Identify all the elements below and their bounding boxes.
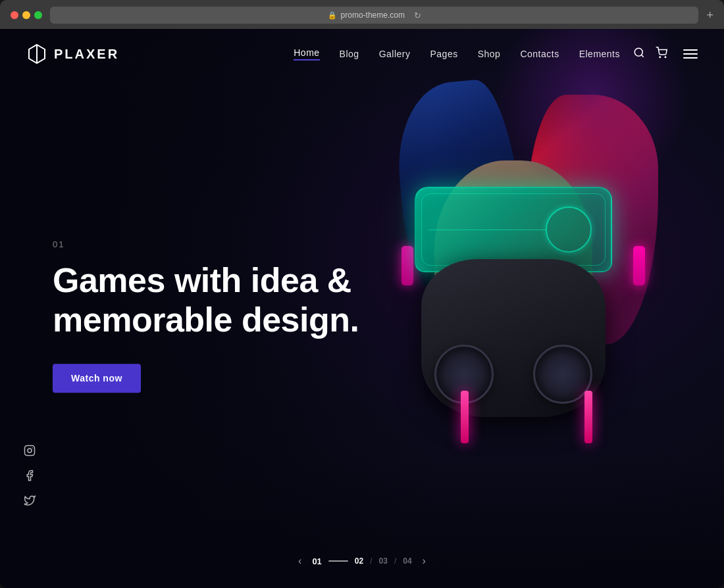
logo[interactable]: PLAXER	[26, 43, 119, 64]
svg-point-7	[28, 449, 32, 453]
facebook-link[interactable]	[24, 470, 36, 484]
nav-menu: Home Blog Gallery Pages Shop Contacts El…	[294, 47, 620, 61]
nav-item-shop[interactable]: Shop	[478, 49, 501, 59]
slider-dot-current[interactable]: 01	[312, 556, 321, 566]
social-icons	[24, 445, 36, 509]
slider-dot-3[interactable]: 03	[379, 556, 388, 566]
slide-number: 01	[53, 239, 359, 249]
minimize-button[interactable]	[22, 11, 30, 19]
lock-icon: 🔒	[328, 11, 337, 20]
hamburger-menu[interactable]	[683, 49, 698, 59]
slider-dot-4[interactable]: 04	[403, 556, 411, 566]
slider-sep-2: /	[394, 556, 396, 566]
logo-icon	[26, 43, 47, 64]
slider-controls: ‹ 01 02 / 03 / 04 ›	[298, 555, 426, 567]
new-tab-button[interactable]: +	[706, 9, 713, 22]
slider-sep-1: /	[370, 556, 372, 566]
svg-rect-6	[25, 446, 35, 456]
traffic-lights	[11, 11, 42, 19]
logo-text: PLAXER	[54, 47, 119, 62]
navbar: PLAXER Home Blog Gallery Pages Shop Cont…	[0, 29, 724, 79]
search-button[interactable]	[633, 47, 645, 61]
browser-window: 🔒 promo-theme.com ↻ +	[0, 0, 724, 588]
refresh-icon[interactable]: ↻	[414, 11, 421, 20]
nav-item-elements[interactable]: Elements	[579, 49, 620, 59]
svg-point-5	[665, 57, 666, 58]
svg-point-2	[634, 48, 642, 56]
close-button[interactable]	[11, 11, 18, 19]
nav-icons	[633, 47, 698, 61]
nav-item-pages[interactable]: Pages	[430, 49, 457, 59]
svg-line-3	[641, 55, 643, 57]
address-bar[interactable]: 🔒 promo-theme.com ↻	[50, 7, 698, 24]
overlay-bottom	[0, 456, 724, 588]
hamburger-line-1	[683, 49, 698, 51]
cart-button[interactable]	[656, 47, 667, 61]
slider-dots: 01 02 / 03 / 04	[312, 556, 411, 566]
url-text: promo-theme.com	[341, 11, 405, 20]
hero-title-line1: Games with idea &	[53, 261, 351, 299]
hero-content: 01 Games with idea & memorable design. W…	[53, 239, 359, 393]
twitter-icon	[24, 495, 36, 506]
nav-item-blog[interactable]: Blog	[340, 49, 359, 59]
hamburger-line-3	[683, 57, 698, 59]
svg-point-8	[32, 447, 33, 449]
instagram-icon	[24, 445, 36, 456]
watch-now-button[interactable]: Watch now	[53, 364, 141, 393]
nav-item-contacts[interactable]: Contacts	[520, 49, 559, 59]
hamburger-line-2	[683, 53, 698, 55]
slider-line	[328, 560, 348, 562]
facebook-icon	[24, 470, 36, 481]
hero-title: Games with idea & memorable design.	[53, 261, 359, 340]
nav-item-gallery[interactable]: Gallery	[379, 49, 411, 59]
nav-item-home[interactable]: Home	[294, 47, 319, 61]
hero-title-line2: memorable design.	[53, 301, 359, 339]
slider-next-button[interactable]: ›	[423, 555, 426, 567]
search-icon	[633, 47, 645, 59]
maximize-button[interactable]	[34, 11, 42, 19]
slider-dot-2[interactable]: 02	[355, 556, 363, 566]
cart-icon	[656, 47, 667, 59]
slider-prev-button[interactable]: ‹	[298, 555, 301, 567]
twitter-link[interactable]	[24, 495, 36, 509]
svg-point-4	[659, 57, 661, 58]
site-content: PLAXER Home Blog Gallery Pages Shop Cont…	[0, 29, 724, 588]
instagram-link[interactable]	[24, 445, 36, 459]
browser-chrome: 🔒 promo-theme.com ↻ +	[0, 0, 724, 29]
